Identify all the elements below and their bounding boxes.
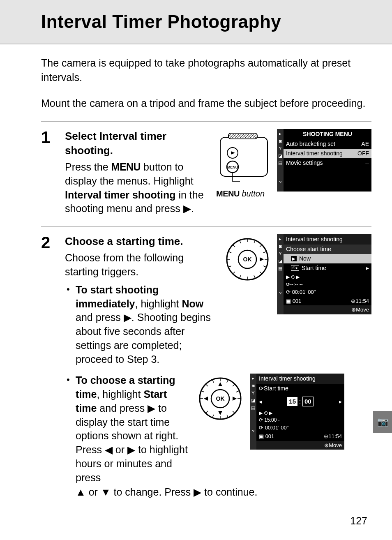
camera-icon: ◙	[252, 383, 255, 389]
menu-row-value: AE	[361, 140, 369, 148]
divider	[41, 226, 371, 227]
interval-value: 00:01' 00"	[265, 425, 289, 431]
minutes-box: 00	[302, 397, 314, 406]
help-icon: ?	[279, 180, 281, 186]
interval-value: 00:01' 00"	[292, 289, 316, 295]
help-icon: ?	[252, 429, 254, 435]
heading-suffix: .	[110, 144, 113, 157]
caption-button-word: button	[242, 189, 265, 198]
lcd-footer: ⊛Move	[256, 441, 344, 450]
wrench-icon: Y	[279, 145, 281, 152]
step-heading: Choose a starting time.	[65, 234, 218, 249]
camera-mode-icon: 📷	[377, 417, 388, 427]
tab-icon: ▤	[278, 265, 282, 272]
play-badge-icon: ▶	[291, 256, 297, 262]
bullet-text: and press	[97, 402, 148, 414]
lcd-body: Interval timer shooting ⟳Start time ◂ 15…	[256, 374, 344, 450]
step-text: Choose from the following starting trigg…	[65, 251, 218, 279]
step-body: Choose a starting time. Choose from the …	[65, 234, 371, 505]
body-bold: Interval timer shooting	[65, 189, 175, 201]
lcd-time-row: ◂ 15 : 00 ▸	[256, 393, 344, 410]
subheader-label: Start time	[264, 385, 288, 392]
tab-icon: ▤	[251, 405, 255, 411]
lcd-sidebar-icons: ▸ ◙ Y ◪ ▤ ?	[277, 234, 284, 314]
option-label: Start time	[302, 264, 326, 272]
lcd-sidebar-icons: ▸ ◙ Y ◪ ▤ ?	[250, 374, 256, 450]
multi-selector-dial-4way: OK	[196, 374, 245, 424]
lcd-body: SHOOTING MENU Auto bracketing setAE Inte…	[284, 129, 371, 192]
right-triangle-icon: ▶	[127, 443, 135, 457]
lcd-sidebar-icons: ▸ ◙ Y ◪ ▤ ?	[277, 129, 284, 192]
lcd-info-row: ⟳ 00:01' 00"	[284, 288, 371, 297]
bullet-item: To start shooting immediately, highlight…	[65, 283, 218, 367]
menu-row-value: OFF	[357, 150, 369, 157]
lcd-body: Interval timer shooting Choose start tim…	[284, 234, 371, 314]
menu-row: Movie settings--	[284, 158, 371, 168]
lcd-header: SHOOTING MENU	[284, 129, 371, 139]
side-tab: 📷	[373, 411, 392, 433]
bullet-text: to change. Press	[111, 486, 194, 498]
down-triangle-icon: ▼	[101, 485, 111, 499]
left-arrow-icon: ◂	[259, 398, 262, 406]
body-text: Press the	[65, 161, 111, 173]
bullet-text: , highlight	[135, 298, 182, 309]
clock-value: 11:54	[355, 298, 369, 304]
camera-line-art: MENU	[216, 129, 274, 187]
bullet-text: or	[86, 486, 101, 498]
retouch-icon: ◪	[251, 397, 255, 404]
multi-selector-dial: OK	[223, 234, 272, 284]
bullet-text: , highlight	[97, 388, 143, 400]
retouch-icon: ◪	[278, 153, 282, 159]
lcd-choose-start-time: ▸ ◙ Y ◪ ▤ ? Interval timer shooting Choo…	[277, 234, 371, 314]
camera-icon: ◙	[279, 243, 282, 249]
menu-glyph: MENU	[216, 189, 240, 198]
move-label: Move	[329, 442, 342, 448]
play-icon: ▸	[279, 236, 281, 242]
bullet-text: or	[113, 444, 127, 455]
menu-row-label: Auto bracketing set	[286, 140, 335, 148]
illustration-column: MENU MENU button ▸	[213, 129, 371, 199]
lcd-title: Interval timer shooting	[284, 234, 371, 245]
lcd-info-row: ⟳ 15:00 -	[256, 417, 344, 423]
right-triangle-icon: ▶	[194, 485, 201, 499]
bullet-item: To choose a starting time, highlight Sta…	[65, 374, 371, 499]
svg-text:OK: OK	[216, 395, 225, 402]
title-band: Interval Timer Photography	[0, 0, 392, 44]
right-triangle-icon: ▶	[183, 202, 191, 216]
svg-text:MENU: MENU	[227, 165, 238, 169]
right-triangle-icon: ▶	[124, 311, 131, 325]
manual-page: Interval Timer Photography The camera is…	[0, 0, 392, 540]
svg-text:OK: OK	[243, 256, 252, 263]
play-icon: ▸	[279, 131, 281, 137]
start-value: 15:00	[264, 417, 277, 423]
body-text: .	[191, 203, 194, 214]
clock-value: 11:54	[328, 433, 342, 439]
wrench-icon: Y	[279, 251, 281, 257]
menu-row-selected: Interval timer shootingOFF	[284, 149, 371, 158]
bullet-text: and press	[76, 312, 124, 323]
play-icon: ▸	[252, 375, 254, 381]
lcd-info-row: ▶ ⏲▶	[284, 273, 371, 281]
lcd-info-row: ▣ 001⊕11:54	[284, 297, 371, 306]
page-number: 127	[350, 515, 367, 527]
step-heading: Select Interval timer shooting.	[65, 129, 208, 158]
svg-rect-2	[229, 134, 256, 138]
lcd-shooting-menu: ▸ ◙ Y ◪ ▤ ? SHOOTING MENU Auto bracketin…	[277, 129, 371, 192]
shots-value: 001	[293, 298, 302, 304]
lcd-info-row: ⟳--:-- --	[284, 281, 371, 288]
up-triangle-icon: ▲	[76, 485, 86, 499]
wrench-icon: Y	[251, 390, 254, 396]
lcd-option-now: ▶Now	[284, 254, 371, 263]
step-body: Select Interval timer shooting. Press th…	[65, 129, 371, 216]
help-icon: ?	[279, 291, 281, 297]
lcd-info-row: ▶ ⏲▶	[256, 410, 344, 416]
right-arrow-icon: ▸	[366, 264, 369, 272]
shots-value: 001	[265, 433, 274, 439]
clock-badge-icon: ⏲▶	[291, 265, 299, 271]
intro-paragraph-2: Mount the camera on a tripod and frame t…	[41, 96, 371, 111]
page-title: Interval Timer Photography	[41, 12, 371, 32]
lcd-option-start-time: ⏲▶Start time▸	[284, 263, 371, 273]
menu-row-value: --	[365, 159, 369, 167]
lcd-info-row: ⟳ 00:01' 00"	[256, 423, 344, 432]
illustration-caption: MENU button	[216, 188, 274, 199]
